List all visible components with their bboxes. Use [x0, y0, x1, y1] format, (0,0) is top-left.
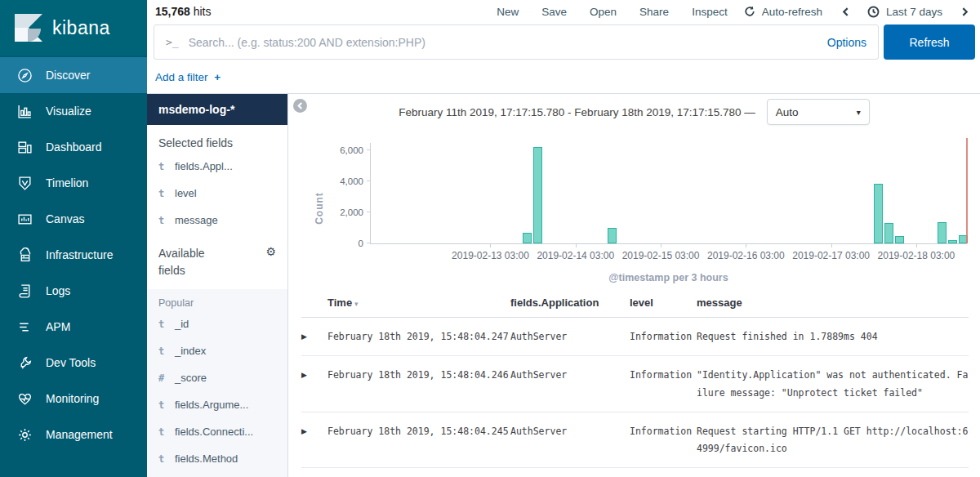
- cell-time: February 18th 2019, 15:48:04.246: [327, 367, 510, 384]
- hits-label: hits: [194, 5, 212, 18]
- cell-message: Request starting HTTP/1.1 GET http://loc…: [697, 423, 969, 458]
- field-type-icon: t: [158, 399, 167, 411]
- column-header-fieldsapplication[interactable]: fields.Application: [510, 296, 630, 309]
- expand-caret-icon[interactable]: ▶: [301, 328, 327, 344]
- collapse-sidebar-button[interactable]: [293, 99, 307, 113]
- x-tick-mark: [916, 243, 917, 247]
- table-row: ▶ February 18th 2019, 15:48:04.245 AuthS…: [301, 468, 969, 477]
- clock-icon: [866, 4, 881, 19]
- hits-value: 15,768: [155, 5, 190, 18]
- column-header-time[interactable]: Time▾: [327, 296, 510, 309]
- sidebar-item-monitoring[interactable]: Monitoring: [0, 381, 147, 417]
- interval-select[interactable]: Auto ▾: [767, 99, 870, 125]
- field-item-fields.Connecti...[interactable]: t fields.Connecti...: [147, 418, 287, 445]
- histogram-bar[interactable]: [938, 222, 947, 243]
- field-item-fields.Method[interactable]: t fields.Method: [147, 445, 287, 472]
- plot-area: 02,0004,0006,0002019-02-13 03:002019-02-…: [370, 143, 967, 244]
- wrench-icon: [16, 354, 33, 371]
- kibana-discover-page: kibana Discover Visualize Dashboard Time…: [0, 0, 980, 477]
- y-tick-mark: [367, 149, 371, 150]
- histogram-bar[interactable]: [608, 228, 617, 243]
- popular-fields-block: Popular t _id t _index # _score t fields…: [147, 289, 287, 477]
- expand-caret-icon[interactable]: ▶: [301, 423, 327, 439]
- canvas-icon: [16, 211, 33, 227]
- sidebar-item-timelion[interactable]: Timelion: [0, 165, 147, 201]
- selected-fields-header: Selected fields: [147, 125, 287, 153]
- cell-time: February 18th 2019, 15:48:04.247: [327, 328, 510, 345]
- top-bar: 15,768 hits NewSaveOpenShareInspectAuto-…: [147, 0, 980, 23]
- sidebar-item-label: Discover: [46, 69, 90, 82]
- table-row: ▶ February 18th 2019, 15:48:04.245 AuthS…: [301, 412, 969, 469]
- add-filter-link[interactable]: Add a filter +: [155, 71, 220, 83]
- field-type-icon: #: [158, 372, 167, 384]
- field-item-_index[interactable]: t _index: [147, 337, 287, 364]
- sidebar-item-label: Dashboard: [46, 140, 102, 154]
- sidebar-item-canvas[interactable]: Canvas: [0, 201, 147, 237]
- kibana-logo[interactable]: kibana: [0, 0, 147, 56]
- time-forward-chevron-icon[interactable]: [957, 4, 972, 19]
- index-pattern-selector[interactable]: msdemo-log-*: [147, 94, 287, 125]
- expand-caret-icon[interactable]: ▶: [301, 367, 327, 382]
- search-input[interactable]: [189, 36, 817, 49]
- search-box: >_ Options: [154, 25, 879, 60]
- sidebar-item-logs[interactable]: Logs: [0, 273, 147, 309]
- field-item-level[interactable]: t level: [147, 180, 287, 207]
- y-tick-mark: [367, 243, 371, 243]
- time-back-chevron-icon[interactable]: [839, 4, 853, 19]
- field-item-message[interactable]: t message: [147, 207, 287, 234]
- field-item-fields.Request...[interactable]: t fields.Request...: [147, 472, 287, 477]
- menu-item-new[interactable]: New: [488, 6, 527, 18]
- cell-message: "Identity.Application" was not authentic…: [697, 367, 969, 402]
- infrastructure-icon: [16, 247, 33, 263]
- table-body: ▶ February 18th 2019, 15:48:04.247 AuthS…: [301, 318, 969, 477]
- histogram-bar[interactable]: [533, 147, 542, 243]
- x-tick-mark: [661, 243, 662, 247]
- field-type-icon: t: [158, 319, 167, 330]
- interval-selected-value: Auto: [776, 106, 799, 118]
- cell-level: Information: [630, 328, 697, 345]
- sidebar-item-discover[interactable]: Discover: [0, 57, 147, 93]
- cell-time: February 18th 2019, 15:48:04.245: [327, 423, 510, 440]
- menu-item-inspect[interactable]: Inspect: [684, 6, 736, 18]
- cell-level: Information: [630, 423, 697, 440]
- sidebar-item-management[interactable]: Management: [0, 417, 147, 452]
- sidebar-item-visualize[interactable]: Visualize: [0, 93, 147, 129]
- menu-item-share[interactable]: Share: [631, 6, 677, 18]
- x-tick-label: 2019-02-18 03:00: [878, 250, 956, 261]
- refresh-button[interactable]: Refresh: [884, 25, 975, 60]
- field-item-_score[interactable]: # _score: [147, 364, 287, 391]
- x-tick-label: 2019-02-13 03:00: [452, 250, 529, 261]
- field-settings-gear-icon[interactable]: ⚙: [265, 245, 276, 258]
- sidebar-item-dashboard[interactable]: Dashboard: [0, 129, 147, 165]
- auto-refresh-link[interactable]: Auto-refresh: [762, 6, 822, 18]
- sidebar-nav-list: Discover Visualize Dashboard Timelion Ca…: [0, 56, 147, 452]
- histogram-bar[interactable]: [948, 240, 957, 243]
- sidebar-item-dev-tools[interactable]: Dev Tools: [0, 345, 147, 381]
- histogram-bar[interactable]: [884, 223, 893, 243]
- field-item-fields.Argume...[interactable]: t fields.Argume...: [147, 391, 287, 418]
- sidebar-item-label: Infrastructure: [46, 248, 113, 261]
- x-tick-label: 2019-02-14 03:00: [537, 250, 614, 261]
- filter-bar: Add a filter +: [155, 65, 220, 88]
- popular-header: Popular: [147, 289, 287, 310]
- cell-message: Request finished in 1.7889ms 404: [697, 328, 969, 345]
- sidebar-item-apm[interactable]: APM: [0, 309, 147, 345]
- time-range-link[interactable]: Last 7 days: [886, 6, 942, 18]
- field-item-_id[interactable]: t _id: [147, 310, 287, 337]
- x-tick-mark: [746, 243, 746, 247]
- menu-item-save[interactable]: Save: [533, 6, 575, 18]
- field-item-fields.Appl...[interactable]: t fields.Appl...: [147, 153, 287, 180]
- sidebar-item-label: APM: [46, 320, 70, 333]
- field-type-icon: t: [158, 188, 167, 199]
- kibana-logo-icon: [15, 14, 42, 42]
- histogram-bar[interactable]: [874, 184, 883, 243]
- column-header-message[interactable]: message: [697, 296, 969, 309]
- menu-item-open[interactable]: Open: [581, 6, 625, 18]
- histogram-bar[interactable]: [523, 233, 532, 243]
- options-link[interactable]: Options: [827, 36, 866, 49]
- column-header-level[interactable]: level: [630, 296, 697, 309]
- histogram-bar[interactable]: [895, 236, 904, 243]
- sidebar-item-infrastructure[interactable]: Infrastructure: [0, 237, 147, 273]
- sidebar-item-label: Management: [46, 428, 113, 441]
- chart-header: February 11th 2019, 17:17:15.780 - Febru…: [288, 94, 980, 130]
